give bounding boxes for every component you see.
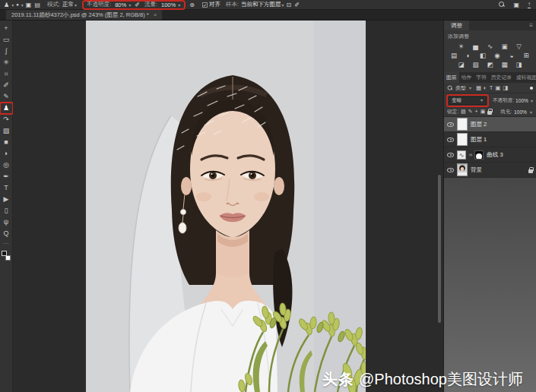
sample-value[interactable]: 当前和下方图层 <box>241 1 281 8</box>
path-selection-tool[interactable]: ▶ <box>0 194 13 205</box>
black-white-icon[interactable]: ◧ <box>478 52 487 59</box>
layer-row-layer2[interactable]: 图层 2 <box>444 117 536 132</box>
gradient-tool[interactable]: ■ <box>0 137 13 148</box>
lock-all-icon[interactable] <box>487 111 492 115</box>
blend-mode-select[interactable]: 变暗 ▾ <box>449 96 487 105</box>
color-balance-icon[interactable]: ◐ <box>464 52 473 59</box>
layer-thumbnail[interactable] <box>457 118 468 131</box>
tab-actions[interactable]: 动作 <box>459 72 474 83</box>
lock-position-icon[interactable]: + <box>475 109 478 115</box>
blur-tool[interactable]: ◗ <box>0 148 13 160</box>
tool-preset-icon[interactable]: ♟ <box>4 2 9 8</box>
type-tool[interactable]: T <box>0 182 13 194</box>
panel-menu-icon[interactable]: ≡ <box>526 21 536 30</box>
shape-tool[interactable]: ▯ <box>0 205 13 217</box>
airbrush-icon[interactable]: ⊛ <box>189 2 195 8</box>
visibility-eye-icon[interactable] <box>447 122 454 127</box>
close-tab-icon[interactable]: × <box>154 10 157 20</box>
lasso-tool[interactable]: ∫ <box>0 46 13 57</box>
brush-panel-icon[interactable]: ▣ <box>26 2 32 8</box>
tab-adjustments[interactable]: 调整 <box>444 21 469 30</box>
tab-layers[interactable]: 图层 <box>444 72 459 83</box>
brush-preset-caret[interactable]: ▾ <box>21 2 24 8</box>
tab-rotate-view[interactable]: 旋转视图 <box>514 72 536 83</box>
share-icon[interactable]: ↑ <box>528 2 531 8</box>
brightness-contrast-icon[interactable]: ☀ <box>457 43 466 50</box>
layer-row-background[interactable]: 背景 <box>444 163 536 178</box>
hue-saturation-icon[interactable]: ▤ <box>449 52 458 59</box>
vibrance-icon[interactable]: ▽ <box>515 43 524 50</box>
fill-value[interactable]: 100% <box>514 109 527 115</box>
canvas-area[interactable] <box>13 21 443 392</box>
zoom-tool[interactable]: Q <box>0 228 13 239</box>
document-tab[interactable]: 2019.11.11婚纱4372小.psd @ 243% (图层 2, RGB/… <box>6 10 162 20</box>
aligned-label[interactable]: 对齐 <box>209 1 220 8</box>
posterize-icon[interactable]: ▧ <box>471 61 480 68</box>
layer-name[interactable]: 图层 1 <box>471 136 487 144</box>
more-tools-icon[interactable]: … <box>3 239 9 247</box>
mode-caret[interactable]: ▾ <box>75 2 77 8</box>
layer-opacity-caret[interactable]: ▾ <box>531 98 533 103</box>
history-brush-tool[interactable]: ↷ <box>0 114 13 125</box>
filter-smart-icon[interactable]: ◨ <box>503 84 508 91</box>
layer-row-layer1[interactable]: 图层 1 <box>444 132 536 147</box>
color-lookup-icon[interactable]: ⊞ <box>522 52 531 59</box>
tool-preset-caret[interactable]: ▾ <box>11 2 14 8</box>
foreground-color-swatch[interactable] <box>2 251 7 256</box>
brush-preset-icon[interactable]: ● <box>16 2 19 7</box>
visibility-eye-icon[interactable] <box>447 138 454 142</box>
spot-healing-tool[interactable]: ✎ <box>0 91 13 103</box>
visibility-eye-icon[interactable] <box>447 153 454 157</box>
curves-adjustment-icon[interactable]: ∿ <box>457 150 466 160</box>
invert-icon[interactable]: ◪ <box>457 61 466 68</box>
marquee-tool[interactable]: ▭ <box>0 34 13 46</box>
move-tool[interactable]: + <box>0 23 13 34</box>
curves-icon[interactable]: ∿ <box>486 43 495 50</box>
clone-stamp-tool[interactable]: ♟ <box>0 103 13 114</box>
flow-value[interactable]: 100% <box>161 2 176 8</box>
tab-history[interactable]: 历史记录 <box>489 72 514 83</box>
crop-tool[interactable]: ⌗ <box>0 68 13 80</box>
selective-color-icon[interactable]: ◨ <box>515 61 524 68</box>
layer-thumbnail[interactable] <box>457 133 468 146</box>
filter-type-label[interactable]: 类型 <box>455 84 466 92</box>
sample-caret[interactable]: ▾ <box>281 2 284 8</box>
layer-opacity-value[interactable]: 100% <box>515 98 528 103</box>
quick-selection-tool[interactable]: ✳ <box>0 57 13 68</box>
opacity-value[interactable]: 80% <box>115 2 126 8</box>
sample-all-layers-icon[interactable]: ⊡ <box>287 2 292 8</box>
background-color-swatch[interactable] <box>5 255 11 261</box>
hand-tool[interactable]: ψ <box>0 217 13 228</box>
threshold-icon[interactable]: ◩ <box>486 61 495 68</box>
lock-artboard-icon[interactable]: ▣ <box>480 109 486 115</box>
eyedropper-tool[interactable]: ✐ <box>0 80 13 91</box>
background-layer-thumbnail[interactable] <box>457 163 468 176</box>
tab-character[interactable]: 字符 <box>474 72 489 83</box>
pen-tool[interactable]: ✒ <box>0 171 13 182</box>
filter-group-icon[interactable]: ▣ <box>495 84 500 91</box>
filter-adjustment-icon[interactable]: ◐ <box>484 84 487 91</box>
search-icon[interactable] <box>499 2 505 8</box>
dodge-tool[interactable]: ◎ <box>0 160 13 171</box>
channel-mixer-icon[interactable]: ◒ <box>507 52 516 59</box>
mode-value[interactable]: 正常 <box>62 1 74 8</box>
filter-toggle-icon[interactable] <box>530 87 533 90</box>
layer-name[interactable]: 背景 <box>471 166 482 174</box>
levels-icon[interactable]: ▅ <box>471 43 480 50</box>
filter-pixel-icon[interactable]: ▦ <box>476 84 481 91</box>
lock-pixels-icon[interactable]: ✎ <box>468 109 473 115</box>
pen-pressure-size-icon[interactable]: ✐ <box>294 2 300 8</box>
layer-row-curves3[interactable]: ∿ 8 曲线 3 <box>444 147 536 163</box>
layer-name[interactable]: 图层 2 <box>471 121 487 128</box>
workspace-icon[interactable]: ▣ <box>513 2 519 8</box>
brush-settings-icon[interactable]: ▤ <box>34 2 40 8</box>
gradient-map-icon[interactable]: ▦ <box>500 61 509 68</box>
filter-caret[interactable]: ▾ <box>469 85 471 90</box>
flow-caret[interactable]: ▾ <box>178 2 180 8</box>
lock-transparency-icon[interactable]: ▨ <box>461 109 466 115</box>
opacity-caret[interactable]: ▾ <box>128 2 131 8</box>
exposure-icon[interactable]: ▣ <box>500 43 509 50</box>
layer-name[interactable]: 曲线 3 <box>487 151 503 159</box>
layer-mask-thumbnail[interactable] <box>474 150 484 160</box>
color-swatches[interactable] <box>0 249 13 263</box>
